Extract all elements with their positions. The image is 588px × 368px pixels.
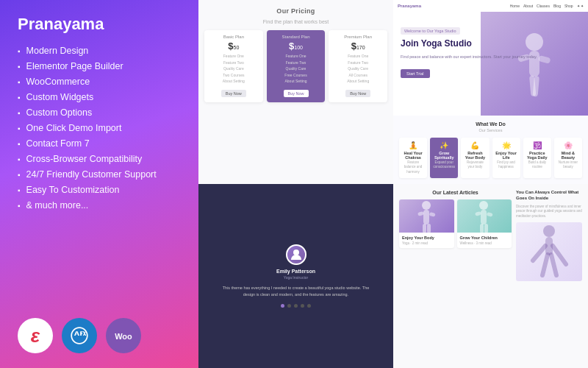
articles-top: Our Latest Articles xyxy=(399,190,582,362)
control-text: Discover the power of mindfulness and in… xyxy=(516,205,582,219)
svg-rect-14 xyxy=(427,224,431,233)
feature-item: Easy To Customization xyxy=(18,185,181,195)
svg-text:Woo: Woo xyxy=(115,332,132,341)
pricing-preview: Our Pricing Find the plan that works bes… xyxy=(198,0,393,184)
hero-text: Welcome to Our Yoga Studio Join Yoga Stu… xyxy=(393,12,588,116)
article-body-1: Enjoy Your Body Yoga · 2 min read xyxy=(399,233,454,248)
svg-line-26 xyxy=(551,255,556,275)
plan-standard: Standard Plan $100 Feature OneFeature Tw… xyxy=(267,30,326,102)
articles-left: Our Latest Articles xyxy=(399,190,512,362)
right-panel: Our Pricing Find the plan that works bes… xyxy=(198,0,588,368)
service-card-6: 🌸 Mind & Beauty Nurture inner beauty xyxy=(554,138,582,178)
testimonial-dots xyxy=(281,304,311,308)
service-card-1: 🧘 Heal Your Chakras Restore balance and … xyxy=(399,138,427,178)
feature-item: Elementor Page Builder xyxy=(18,61,181,71)
article-body-2: Grow Your Children Wellness · 3 min read xyxy=(457,233,512,248)
hero-preview: Pranayama Home About Classes Blog Shop ✦… xyxy=(393,0,588,184)
dot-1 xyxy=(281,304,284,308)
articles-preview: Our Latest Articles xyxy=(393,184,588,368)
what-we-do-section: What We Do Our Services 🧘 Heal Your Chak… xyxy=(393,116,588,184)
dot-2 xyxy=(287,304,291,308)
testimonial-preview: Emily Patterson Yoga Instructor This the… xyxy=(198,184,393,368)
svg-rect-13 xyxy=(423,224,426,233)
yoga-pose-image xyxy=(516,222,582,281)
testimonial-avatar xyxy=(286,244,306,265)
feature-list: Modern DesignElementor Page BuilderWooCo… xyxy=(18,46,181,210)
woo-badge: Woo xyxy=(106,318,141,353)
wordpress-badge xyxy=(62,318,97,353)
pricing-subtitle: Find the plan that works best xyxy=(263,19,329,24)
service-card-5: 🕉️ Practice Yoga Daily Build a daily rou… xyxy=(523,138,551,178)
svg-rect-20 xyxy=(484,224,488,233)
svg-point-15 xyxy=(479,201,488,210)
svg-line-23 xyxy=(533,246,545,261)
feature-item: Custom Options xyxy=(18,107,181,118)
svg-line-25 xyxy=(542,255,548,275)
svg-rect-17 xyxy=(475,210,481,216)
svg-rect-18 xyxy=(487,212,493,217)
pricing-cards: Basic Plan $50 Feature OneFeature TwoQua… xyxy=(204,30,387,102)
what-we-do-subtitle: Our Services xyxy=(399,128,582,132)
feature-item: One Click Demo Import xyxy=(18,123,181,133)
what-we-do-title: What We Do xyxy=(399,121,582,127)
article-card-1: Enjoy Your Body Yoga · 2 min read xyxy=(399,199,454,248)
feature-item: & much more... xyxy=(18,200,181,210)
buy-basic-btn[interactable]: Buy Now xyxy=(221,90,246,97)
testimonial-name: Emily Patterson xyxy=(276,269,315,274)
nav-links: Home About Classes Blog Shop ✦ ✦ xyxy=(510,4,584,8)
article-cards: Enjoy Your Body Yoga · 2 min read xyxy=(399,199,512,248)
service-card-2: ✨ Grow Spiritually Expand your conscious… xyxy=(430,138,458,178)
hero-subtitle: Find peace and balance with our expert i… xyxy=(401,54,581,60)
badge-row: ε Woo xyxy=(18,318,181,353)
feature-item: WooCommerce xyxy=(18,77,181,87)
articles-title: Our Latest Articles xyxy=(399,190,512,195)
hero-cta-button[interactable]: Start Trial xyxy=(401,69,430,78)
article-image-1 xyxy=(399,199,454,233)
plan-premium: Premium Plan $170 Feature OneFeature Two… xyxy=(329,30,387,102)
pricing-title: Our Pricing xyxy=(276,7,315,15)
svg-rect-19 xyxy=(480,224,484,233)
service-card-4: 🌟 Enjoy Your Life Find joy and happiness xyxy=(492,138,520,178)
testimonial-role: Yoga Instructor xyxy=(284,275,308,280)
svg-point-8 xyxy=(293,250,299,255)
svg-rect-11 xyxy=(417,210,424,216)
svg-rect-10 xyxy=(423,210,429,224)
hero-title: Join Yoga Studio xyxy=(401,38,581,50)
svg-rect-12 xyxy=(429,212,435,217)
feature-item: 24/7 Friendly Customer Support xyxy=(18,169,181,180)
dot-4 xyxy=(301,304,304,308)
feature-item: Cross-Browser Compatibility xyxy=(18,154,181,164)
svg-point-9 xyxy=(422,201,431,210)
services-cards: 🧘 Heal Your Chakras Restore balance and … xyxy=(399,138,582,178)
svg-rect-16 xyxy=(481,210,487,224)
service-card-3: 💪 Refresh Your Body Rejuvenate your body xyxy=(461,138,489,178)
product-title: Pranayama xyxy=(18,15,181,34)
left-panel: Pranayama Modern DesignElementor Page Bu… xyxy=(0,0,198,368)
dot-5 xyxy=(307,304,311,308)
testimonial-text: This theme has everything I needed to cr… xyxy=(223,285,370,298)
feature-item: Modern Design xyxy=(18,46,181,56)
plan-basic: Basic Plan $50 Feature OneFeature TwoQua… xyxy=(204,30,263,102)
article-image-2 xyxy=(457,199,512,233)
buy-premium-btn[interactable]: Buy Now xyxy=(345,90,370,97)
nav-logo: Pranayama xyxy=(398,4,421,8)
articles-right: You Can Always Control What Goes On Insi… xyxy=(516,190,582,362)
hero-tag: Welcome to Our Yoga Studio xyxy=(401,27,460,35)
dot-3 xyxy=(294,304,298,308)
article-card-2: Grow Your Children Wellness · 3 min read xyxy=(457,199,512,248)
control-title: You Can Always Control What Goes On Insi… xyxy=(516,190,582,202)
hero-content: Welcome to Our Yoga Studio Join Yoga Stu… xyxy=(393,12,588,116)
buy-standard-btn[interactable]: Buy Now xyxy=(284,90,309,97)
elementor-badge: ε xyxy=(18,318,53,353)
svg-point-21 xyxy=(543,225,555,237)
feature-item: Contact Form 7 xyxy=(18,138,181,149)
feature-item: Custom Widgets xyxy=(18,92,181,102)
hero-nav: Pranayama Home About Classes Blog Shop ✦… xyxy=(393,0,588,12)
